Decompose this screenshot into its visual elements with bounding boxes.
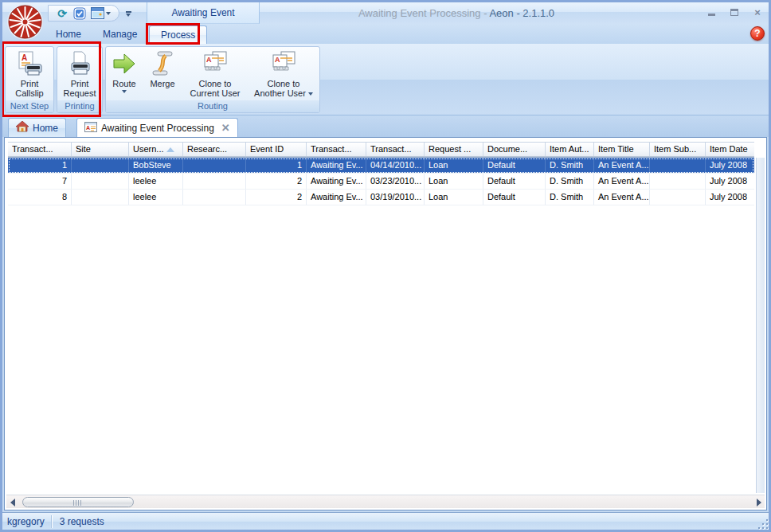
grid-cell[interactable]: Loan [425,158,483,173]
grid-cell[interactable]: leelee [129,174,183,189]
status-request-count: 3 requests [52,516,112,527]
grid-cell[interactable]: 2 [246,190,307,205]
ribbon-tab-home[interactable]: Home [45,25,92,44]
column-header[interactable]: Usern... [129,143,183,156]
column-header[interactable]: Item Title [594,143,650,156]
grid-cell[interactable]: D. Smith [546,158,594,173]
customize-quick-access-icon[interactable] [122,7,135,20]
column-header[interactable]: Event ID [246,143,307,156]
grid-cell[interactable]: July 2008 [706,174,754,189]
scroll-left-icon[interactable] [8,498,17,507]
clone-to-current-user-label: Clone to Current User [186,79,244,98]
grid-cell[interactable]: Loan [425,190,483,205]
print-request-button[interactable]: Print Request [59,49,100,99]
window-view-icon[interactable] [90,6,104,20]
grid-cell[interactable]: Awaiting Ev... [307,158,366,173]
accept-check-icon[interactable] [72,6,87,20]
grid-cell[interactable]: Loan [425,174,483,189]
status-username: kgregory [2,516,51,527]
column-header[interactable]: Item Sub... [650,143,706,156]
group-label-next-step: Next Step [6,100,53,112]
grid-cell[interactable]: July 2008 [706,158,754,173]
grid-cell[interactable] [183,174,246,189]
table-row[interactable]: 7leelee2Awaiting Ev...03/23/2010...LoanD… [8,174,754,190]
grid-cell[interactable]: An Event A... [594,158,650,173]
grid-cell[interactable]: BobSteve [129,158,183,173]
grid-cell[interactable] [650,158,706,173]
application-menu-button[interactable] [6,3,44,41]
tab-close-icon[interactable]: ✕ [221,122,230,134]
grid-cell[interactable] [650,174,706,189]
grid-cell[interactable]: 2 [246,174,307,189]
scroll-right-icon[interactable] [754,498,763,507]
column-header[interactable]: Researc... [183,143,246,156]
grid-cell[interactable] [650,190,706,205]
doc-tab-awaiting-event-processing[interactable]: A Awaiting Event Processing ✕ [76,118,238,137]
grid-cell[interactable]: An Event A... [594,174,650,189]
grid-cell[interactable] [72,158,129,173]
grid-cell[interactable]: Default [483,174,546,189]
grid-cell[interactable] [183,158,246,173]
grid-cell[interactable]: 7 [8,174,72,189]
window-view-dropdown-icon[interactable] [106,12,111,15]
grid-cell[interactable] [183,190,246,205]
route-icon [111,50,138,77]
grid-cell[interactable] [72,174,129,189]
grid-cell[interactable]: 03/23/2010... [366,174,425,189]
column-header[interactable]: Request ... [425,143,483,156]
table-row[interactable]: 1BobSteve1Awaiting Ev...04/14/2010...Loa… [8,158,754,174]
resize-grip[interactable] [757,518,768,529]
merge-button[interactable]: Merge [144,49,181,89]
grid-cell[interactable]: 1 [246,158,307,173]
clone-to-current-user-button[interactable]: A Clone to Current User [184,49,246,99]
route-dropdown-icon[interactable] [122,90,127,93]
vertical-scrollbar[interactable] [756,158,765,493]
svg-text:A: A [206,56,212,64]
grid-cell[interactable]: leelee [129,190,183,205]
grid-cell[interactable]: 04/14/2010... [366,158,425,173]
maximize-button[interactable] [728,6,741,18]
column-header[interactable]: Transact... [366,143,425,156]
grid-cell[interactable]: 03/19/2010... [366,190,425,205]
sort-ascending-icon [166,147,174,152]
column-header[interactable]: Item Date [706,143,754,156]
help-button[interactable]: ? [750,26,765,41]
column-header[interactable]: Transact... [307,143,366,156]
close-button[interactable]: × [751,6,764,18]
print-callslip-icon: A [16,50,43,77]
grid-cell[interactable]: D. Smith [546,174,594,189]
grid-cell[interactable] [72,190,129,205]
ribbon-tab-process[interactable]: Process [149,25,207,44]
refresh-icon[interactable]: ⟳ [55,6,69,20]
home-icon [16,121,29,135]
doc-tab-home[interactable]: Home [8,118,66,137]
clone-to-another-user-button[interactable]: A Clone to Another User [249,49,318,99]
minimize-button[interactable] [705,6,718,18]
grid-cell[interactable]: 1 [8,158,72,173]
clone-to-current-user-icon: A [202,50,229,77]
print-callslip-button[interactable]: A Print Callslip [7,49,52,99]
grid-cell[interactable]: Default [483,190,546,205]
route-button[interactable]: Route [108,49,141,94]
column-header[interactable]: Item Aut... [546,143,594,156]
grid-cell[interactable]: An Event A... [594,190,650,205]
column-header[interactable]: Site [72,143,129,156]
grid-cell[interactable]: Awaiting Ev... [307,190,366,205]
contextual-tab-group-label: Awaiting Event Processing [147,2,260,24]
grid-cell[interactable]: Awaiting Ev... [307,174,366,189]
group-label-routing: Routing [106,100,319,112]
column-header[interactable]: Transact... [8,143,72,156]
grid-cell[interactable]: D. Smith [546,190,594,205]
table-row[interactable]: 8leelee2Awaiting Ev...03/19/2010...LoanD… [8,190,754,205]
title-bar: ⟳ Awaiting Event Pr [2,2,769,24]
grid-cell[interactable]: Default [483,158,546,173]
horizontal-scrollbar[interactable] [6,495,765,508]
ribbon-tab-manage[interactable]: Manage [92,25,148,44]
ribbon-group-next-step: A Print Callslip Next Step [5,46,54,113]
grid-cell[interactable]: 8 [8,190,72,205]
column-header[interactable]: Docume... [483,143,546,156]
grid-cell[interactable]: July 2008 [706,190,754,205]
clone-to-another-user-dropdown-icon[interactable] [308,92,313,96]
horizontal-scroll-thumb[interactable] [22,497,134,507]
request-document-icon: A [84,122,97,135]
